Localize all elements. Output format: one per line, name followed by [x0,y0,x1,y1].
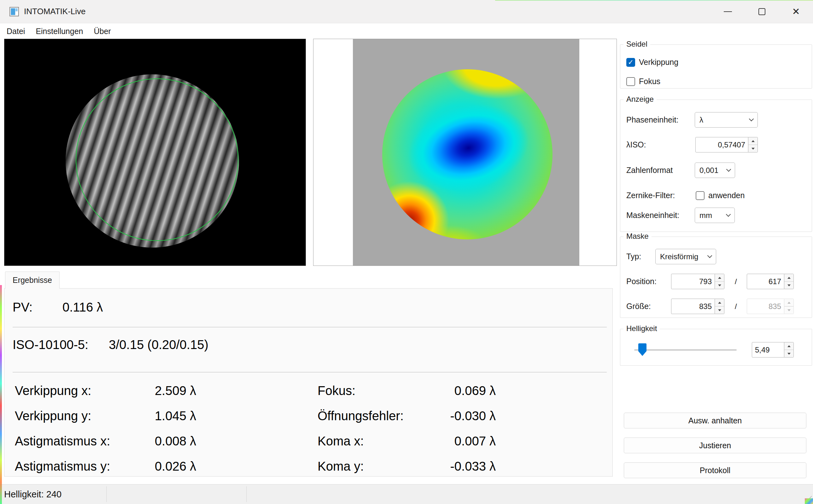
group-anzeige-title: Anzeige [624,95,657,104]
position-x-spinbox: 793 [671,274,724,289]
typ-combobox[interactable]: Kreisförmig [655,249,716,264]
chevron-down-icon [726,167,731,172]
zernike-anwenden-checkbox[interactable]: ✓ [696,191,705,200]
groesse-x-spinbox: 835 [671,299,724,314]
wavefront-map [382,69,552,239]
groesse-x-input[interactable]: 835 [671,299,715,314]
justieren-button[interactable]: Justieren [624,438,806,453]
spin-down-button[interactable] [748,145,758,152]
app-icon [9,7,19,16]
spin-up-button[interactable] [784,342,793,350]
wavefront-background [353,39,579,266]
position-y-spinner [784,274,794,289]
statusbar-separator [106,486,107,502]
slider-thumb[interactable] [638,343,647,356]
spin-down-button[interactable] [715,281,724,289]
verkippung-checkbox[interactable]: ✓ [626,58,635,67]
result-value: -0.033 λ [420,457,496,475]
minimize-button[interactable] [711,0,745,23]
groesse-label: Größe: [626,299,651,314]
titlebar: INTOMATIK-Live ✕ [0,0,813,23]
lambda-iso-spinner [748,137,758,152]
result-row: Astigmatismus y: 0.026 λ Koma y: -0.033 … [4,457,613,475]
chevron-down-icon [749,117,754,122]
spin-up-button[interactable] [748,137,758,145]
statusbar-separator [246,486,247,502]
arrow-up-icon [718,302,721,304]
spin-down-button[interactable] [784,350,793,357]
spin-up-button[interactable] [715,299,724,306]
intomatik-live-window: INTOMATIK-Live ✕ Datei Einstellungen Übe… [0,0,813,504]
fokus-checkbox-row: ✓ Fokus [626,77,660,86]
arrow-down-icon [718,284,721,286]
verkippung-checkbox-label: Verkippung [639,58,678,67]
protokoll-button[interactable]: Protokoll [624,462,806,478]
result-value: 1.045 λ [120,407,196,425]
lambda-iso-input[interactable]: 0,57407 [695,137,748,152]
arrow-down-icon [787,309,791,311]
arrow-up-icon [718,277,721,279]
window-title: INTOMATIK-Live [24,7,86,16]
phaseneinheit-label: Phaseneinheit: [626,112,678,128]
group-anzeige: Anzeige Phaseneinheit: λ λISO: 0,57407 Z… [620,100,812,232]
pv-label: PV: [13,300,32,314]
results-panel: PV: 0.116 λ ISO-10100-5: 3/0.15 (0.20/0.… [4,288,613,477]
phaseneinheit-combobox[interactable]: λ [695,112,758,128]
result-value: 0.007 λ [420,432,496,450]
tab-ergebnisse[interactable]: Ergebnisse [5,272,60,289]
minimize-icon [724,11,732,12]
menu-item-einstellungen[interactable]: Einstellungen [30,24,88,39]
fokus-checkbox[interactable]: ✓ [626,77,635,86]
maskeneinheit-combobox[interactable]: mm [695,208,735,223]
pv-value: 0.116 λ [62,300,103,314]
helligkeit-slider[interactable] [634,342,737,358]
ausw-anhalten-button[interactable]: Ausw. anhalten [624,413,806,428]
helligkeit-input[interactable]: 5,49 [752,342,784,358]
groesse-y-input: 835 [747,299,784,314]
groesse-y-spinbox: 835 [747,299,794,314]
arrow-up-icon [787,345,791,347]
result-value: 0.008 λ [120,432,196,450]
arrow-up-icon [752,140,755,142]
spin-up-button[interactable] [715,274,724,281]
arrow-up-icon [787,302,791,304]
divider [13,372,607,372]
verkippung-checkbox-row: ✓ Verkippung [626,58,678,67]
groesse-y-spinner [784,299,794,314]
result-value: 2.509 λ [120,382,196,399]
close-button[interactable]: ✕ [779,0,813,23]
spin-down-button[interactable] [715,306,724,314]
maximize-button[interactable] [745,0,779,23]
result-row: Verkippung x: 2.509 λ Fokus: 0.069 λ [4,382,613,399]
menubar: Datei Einstellungen Über [0,24,813,39]
spin-down-button[interactable] [784,281,793,289]
result-label: Astigmatismus x: [15,432,110,450]
group-helligkeit-title: Helligkeit [624,324,660,333]
wavefront-map-view [313,39,617,266]
wavefront-core [382,82,552,217]
spin-up-button[interactable] [784,274,793,281]
lambda-iso-spinbox: 0,57407 [695,137,758,152]
arrow-down-icon [752,148,755,150]
position-y-input[interactable]: 617 [747,274,784,289]
helligkeit-spinbox: 5,49 [752,342,794,358]
position-separator: / [735,274,737,289]
typ-label: Typ: [626,249,641,264]
close-icon: ✕ [792,7,800,16]
groesse-separator: / [735,299,737,314]
zahlenformat-combobox[interactable]: 0,001 [695,163,735,178]
lambda-iso-label: λISO: [626,137,646,152]
divider [13,327,607,327]
result-row: Verkippung y: 1.045 λ Öffnungsfehler: -0… [4,407,613,425]
zernike-anwenden-row: ✓ anwenden [696,191,745,200]
group-helligkeit: Helligkeit 5,49 [620,329,812,366]
menu-item-ueber[interactable]: Über [89,24,116,39]
resize-grip-icon[interactable] [804,495,812,503]
position-x-input[interactable]: 793 [671,274,715,289]
slider-track[interactable] [634,349,737,351]
menu-item-datei[interactable]: Datei [1,24,30,39]
statusbar: Helligkeit: 240 [0,484,813,504]
result-row: Astigmatismus x: 0.008 λ Koma x: 0.007 λ [4,432,613,450]
phaseneinheit-value: λ [700,116,703,124]
interferogram-view [4,39,306,266]
